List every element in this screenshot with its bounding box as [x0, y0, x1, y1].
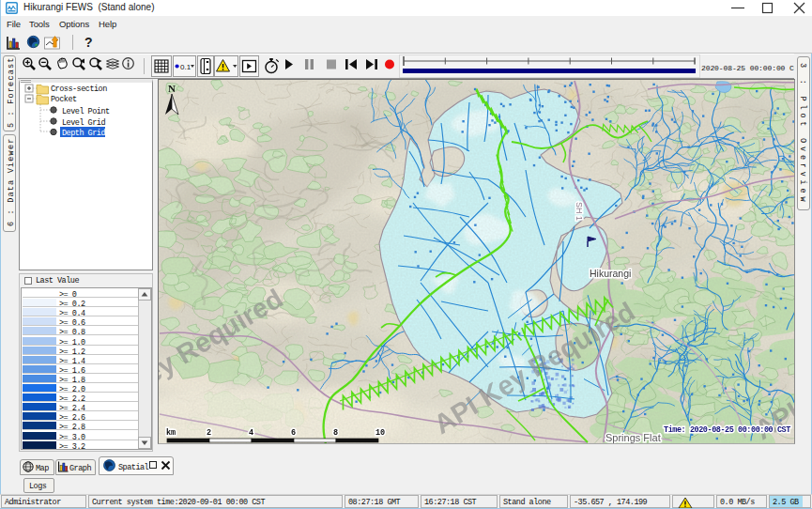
svg-text:Time: 2020-08-25 00:00:00 CST: Time: 2020-08-25 00:00:00 CST	[664, 425, 790, 435]
svg-text:2020-08-25 00:00:00 CST: 2020-08-25 00:00:00 CST	[701, 64, 794, 72]
svg-text:8: 8	[333, 428, 338, 438]
svg-text:Cross-section: Cross-section	[51, 85, 107, 94]
svg-text:6 : Data Viewer: 6 : Data Viewer	[7, 137, 16, 226]
svg-text:3 : Plot Overview: 3 : Plot Overview	[798, 63, 807, 205]
svg-text:Level Grid: Level Grid	[62, 118, 105, 128]
svg-text:10: 10	[375, 428, 385, 438]
svg-text:Depth Grid: Depth Grid	[62, 129, 105, 138]
svg-text:5 : Forecast: 5 : Forecast	[7, 56, 16, 128]
svg-text:6: 6	[291, 428, 296, 438]
svg-text:Level Point: Level Point	[62, 107, 110, 116]
svg-text:SH 1: SH 1	[575, 202, 584, 221]
svg-text:km: km	[166, 428, 176, 438]
svg-text:4: 4	[249, 428, 253, 438]
svg-text:N: N	[168, 83, 176, 94]
svg-text:2: 2	[207, 428, 211, 438]
svg-text:0.1: 0.1	[180, 63, 192, 71]
svg-text:Hikurangi: Hikurangi	[590, 268, 631, 279]
svg-text:?: ?	[84, 35, 93, 50]
svg-text:Pocket: Pocket	[51, 95, 77, 104]
svg-text:Springs Flat: Springs Flat	[605, 432, 661, 443]
